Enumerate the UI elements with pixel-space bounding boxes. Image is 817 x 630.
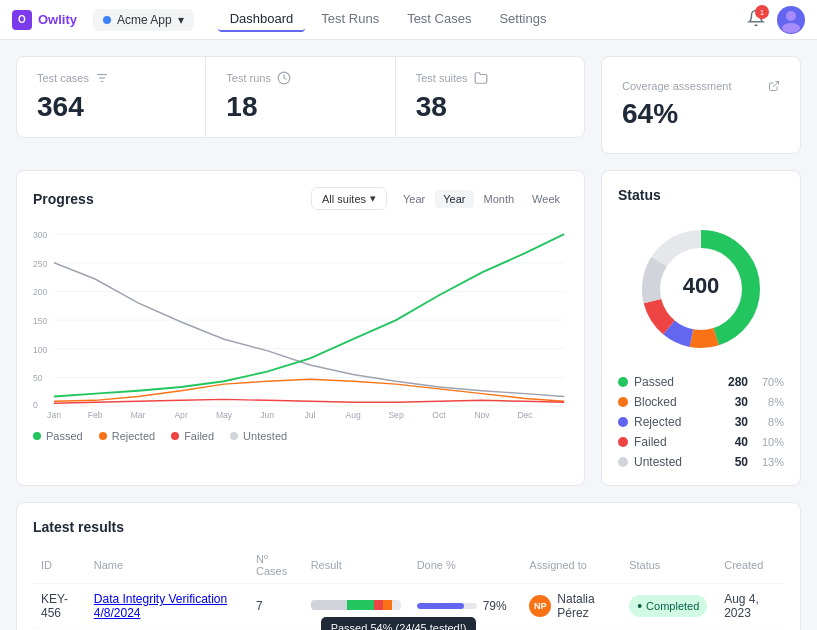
runs-icon xyxy=(277,71,291,85)
test-suites-value: 38 xyxy=(416,91,564,123)
col-status: Status xyxy=(621,547,716,584)
status-count-untested: 50 xyxy=(718,455,748,469)
svg-text:250: 250 xyxy=(33,259,48,269)
nav-link-settings[interactable]: Settings xyxy=(487,7,558,32)
svg-text:150: 150 xyxy=(33,316,48,326)
notifications-bell[interactable]: 1 xyxy=(747,9,765,30)
svg-line-6 xyxy=(773,82,779,88)
status-list: Passed 280 70% Blocked 30 8% Rejected 30… xyxy=(618,375,784,469)
status-dot-untested xyxy=(618,457,628,467)
chart-controls: All suites ▾ Year Year Month Week xyxy=(311,187,568,210)
notification-count: 1 xyxy=(755,5,769,19)
svg-text:100: 100 xyxy=(33,345,48,355)
svg-text:0: 0 xyxy=(33,400,38,410)
nav-link-test-runs[interactable]: Test Runs xyxy=(309,7,391,32)
app-dot xyxy=(103,16,111,24)
test-cases-value: 364 xyxy=(37,91,185,123)
stat-test-suites: Test suites 38 xyxy=(396,57,584,137)
nav-links: Dashboard Test Runs Test Cases Settings xyxy=(218,7,559,32)
app-name: Acme App xyxy=(117,13,172,27)
nav-right: 1 xyxy=(747,6,805,34)
period-week-btn[interactable]: Week xyxy=(524,190,568,208)
col-done: Done % xyxy=(409,547,522,584)
user-avatar[interactable] xyxy=(777,6,805,34)
logo-icon: O xyxy=(12,10,32,30)
svg-text:300: 300 xyxy=(33,230,48,240)
status-pct-failed: 10% xyxy=(754,436,784,448)
status-row-untested: Untested 50 13% xyxy=(618,455,784,469)
status-row-rejected: Rejected 30 8% xyxy=(618,415,784,429)
legend-passed: Passed xyxy=(33,430,83,442)
result-seg xyxy=(347,600,374,610)
legend-untested-dot xyxy=(230,432,238,440)
period-month-btn[interactable]: Month xyxy=(476,190,523,208)
status-card: Status 400 xyxy=(601,170,801,486)
table-row: KEY-456 Data Integrity Verification 4/8/… xyxy=(33,584,784,629)
done-bar xyxy=(417,603,464,609)
chart-svg: 300 250 200 150 100 50 0 xyxy=(33,222,568,422)
filter-icon xyxy=(95,71,109,85)
legend-failed-dot xyxy=(171,432,179,440)
row-name: Data Integrity Verification 4/8/2024 xyxy=(86,584,248,629)
legend-untested: Untested xyxy=(230,430,287,442)
chart-header: Progress All suites ▾ Year Year Month We… xyxy=(33,187,568,210)
svg-text:200: 200 xyxy=(33,287,48,297)
status-badge: Completed xyxy=(629,595,707,617)
svg-text:400: 400 xyxy=(683,273,720,298)
col-name: Name xyxy=(86,547,248,584)
top-navigation: O Owlity Acme App ▾ Dashboard Test Runs … xyxy=(0,0,817,40)
test-suites-label: Test suites xyxy=(416,72,468,84)
col-cases: Nº Cases xyxy=(248,547,303,584)
status-name-rejected: Rejected xyxy=(634,415,712,429)
status-pct-blocked: 8% xyxy=(754,396,784,408)
status-title: Status xyxy=(618,187,784,203)
suite-selector[interactable]: All suites ▾ xyxy=(311,187,387,210)
svg-point-1 xyxy=(782,23,800,33)
status-dot-rejected xyxy=(618,417,628,427)
row-assignee: NP Natalia Pérez xyxy=(521,584,621,629)
status-count-passed: 280 xyxy=(718,375,748,389)
stat-test-runs: Test runs 18 xyxy=(206,57,395,137)
col-id: ID xyxy=(33,547,86,584)
nav-link-test-cases[interactable]: Test Cases xyxy=(395,7,483,32)
status-row-blocked: Blocked 30 8% xyxy=(618,395,784,409)
app-selector[interactable]: Acme App ▾ xyxy=(93,9,194,31)
svg-text:Nov: Nov xyxy=(474,410,490,420)
status-dot-blocked xyxy=(618,397,628,407)
status-pct-untested: 13% xyxy=(754,456,784,468)
status-count-blocked: 30 xyxy=(718,395,748,409)
status-pct-passed: 70% xyxy=(754,376,784,388)
result-seg xyxy=(383,600,392,610)
coverage-block: Coverage assessment 64% xyxy=(601,56,801,154)
status-name-failed: Failed xyxy=(634,435,712,449)
svg-text:Sep: Sep xyxy=(388,410,403,420)
svg-text:Feb: Feb xyxy=(88,410,103,420)
brand-name: Owlity xyxy=(38,12,77,27)
coverage-value: 64% xyxy=(622,98,780,130)
test-runs-value: 18 xyxy=(226,91,374,123)
results-title: Latest results xyxy=(33,519,784,535)
donut-chart: 400 xyxy=(618,219,784,359)
external-link-icon xyxy=(768,80,780,92)
results-card: Latest results ID Name Nº Cases Result D… xyxy=(16,502,801,630)
svg-text:Dec: Dec xyxy=(517,410,533,420)
result-seg xyxy=(374,600,383,610)
assignee-name: Natalia Pérez xyxy=(557,592,613,620)
period-year-label: Year xyxy=(395,190,433,208)
result-seg xyxy=(311,600,347,610)
nav-link-dashboard[interactable]: Dashboard xyxy=(218,7,306,32)
logo: O Owlity xyxy=(12,10,77,30)
svg-text:Jan: Jan xyxy=(47,410,61,420)
test-cases-label: Test cases xyxy=(37,72,89,84)
row-id: KEY-456 xyxy=(33,584,86,629)
svg-text:Apr: Apr xyxy=(174,410,187,420)
col-created: Created xyxy=(716,547,784,584)
assignee-cell: NP Natalia Pérez xyxy=(529,592,613,620)
legend-failed: Failed xyxy=(171,430,214,442)
status-count-rejected: 30 xyxy=(718,415,748,429)
period-year-btn[interactable]: Year xyxy=(435,190,473,208)
suites-icon xyxy=(474,71,488,85)
suite-selector-label: All suites xyxy=(322,193,366,205)
coverage-label: Coverage assessment xyxy=(622,80,731,92)
row-status: Completed xyxy=(621,584,716,629)
